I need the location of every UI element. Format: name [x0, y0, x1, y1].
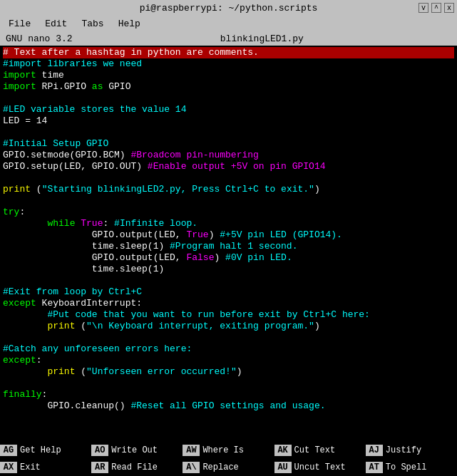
- shortcut-where-is[interactable]: AW Where Is: [183, 442, 274, 459]
- shortcut-label-to-spell: To Spell: [386, 462, 427, 472]
- shortcut-label-uncut-text: Uncut Text: [294, 462, 346, 472]
- code-line-29: print ("Unforseen error occurred!"): [3, 366, 454, 378]
- shortcut-justify[interactable]: AJ Justify: [366, 442, 457, 459]
- code-line-7: LED = 14: [3, 115, 454, 127]
- shortcut-label-get-help: Get Help: [20, 445, 61, 455]
- code-line-26: [3, 332, 454, 343]
- shortcut-label-cut-text: Cut Text: [294, 445, 336, 455]
- code-line-9: #Initial Setup GPIO: [3, 138, 454, 150]
- code-line-32: GPIO.cleanup() #Reset all GPIO settings …: [3, 400, 454, 412]
- code-line-2: #import libraries we need: [3, 58, 454, 70]
- shortcut-row-2: AX Exit AR Read File A\ Replace AU Uncut…: [0, 459, 457, 476]
- window-title: pi@raspberrypi: ~/python.scripts: [140, 3, 318, 14]
- window-controls[interactable]: v ^ x: [419, 3, 454, 13]
- shortcut-key-ax: AX: [0, 462, 17, 473]
- code-line-22: #Exit from loop by Ctrl+C: [3, 286, 454, 298]
- code-line-4: import RPi.GPIO as GPIO: [3, 81, 454, 93]
- menu-tabs[interactable]: Tabs: [78, 19, 106, 29]
- shortcut-label-where-is: Where Is: [202, 445, 244, 455]
- shortcut-write-out[interactable]: AO Write Out: [91, 442, 183, 459]
- nano-version: GNU nano 3.2: [6, 33, 73, 44]
- nano-header: GNU nano 3.2 blinkingLED1.py: [0, 31, 457, 46]
- shortcut-uncut-text[interactable]: AU Uncut Text: [274, 459, 366, 476]
- code-line-21: [3, 275, 454, 286]
- shortcut-replace[interactable]: A\ Replace: [183, 459, 274, 476]
- code-line-20: time.sleep(1): [3, 264, 454, 275]
- code-line-8: [3, 127, 454, 138]
- code-line-31: finally:: [3, 389, 454, 400]
- code-line-13: print ("Starting blinkingLED2.py, Press …: [3, 184, 454, 195]
- shortcut-key-au: AU: [274, 462, 292, 473]
- shortcut-key-ak: AK: [274, 445, 292, 456]
- maximize-button[interactable]: ^: [431, 3, 441, 13]
- code-line-15: try:: [3, 207, 454, 218]
- shortcut-key-ar: AR: [91, 462, 108, 473]
- code-line-19: GPIO.output(LED, False) #0V pin LED.: [3, 252, 454, 264]
- shortcut-key-aj: AJ: [366, 445, 383, 456]
- filename: blinkingLED1.py: [220, 33, 304, 44]
- code-line-3: import time: [3, 70, 454, 81]
- shortcut-to-spell[interactable]: AT To Spell: [366, 459, 457, 476]
- code-line-5: [3, 93, 454, 104]
- minimize-button[interactable]: v: [419, 3, 428, 13]
- shortcut-read-file[interactable]: AR Read File: [91, 459, 183, 476]
- menu-help[interactable]: Help: [115, 19, 143, 29]
- code-line-28: except:: [3, 355, 454, 366]
- shortcut-key-abackslash: A\: [183, 462, 200, 473]
- code-line-17: GPIO.output(LED, True) #+5V pin LED (GPI…: [3, 229, 454, 241]
- shortcut-label-exit: Exit: [20, 462, 41, 472]
- shortcut-cut-text[interactable]: AK Cut Text: [274, 442, 366, 459]
- code-line-30: [3, 378, 454, 389]
- code-line-1: # Text after a hashtag in python are com…: [3, 47, 454, 58]
- shortcut-label-justify: Justify: [386, 445, 421, 455]
- shortcut-label-write-out: Write Out: [111, 445, 158, 455]
- editor[interactable]: # Text after a hashtag in python are com…: [0, 46, 457, 442]
- shortcut-key-ag: AG: [0, 445, 17, 456]
- code-line-25: print ("\n Keyboard interrupt, exiting p…: [3, 321, 454, 332]
- shortcut-label-replace: Replace: [202, 462, 238, 472]
- menu-bar: File Edit Tabs Help: [0, 16, 457, 31]
- shortcut-row-1: AG Get Help AO Write Out AW Where Is AK …: [0, 442, 457, 459]
- code-line-23: except KeyboardInterrupt:: [3, 298, 454, 309]
- close-button[interactable]: x: [444, 3, 454, 13]
- shortcut-key-ao: AO: [91, 445, 108, 456]
- shortcut-get-help[interactable]: AG Get Help: [0, 442, 91, 459]
- code-line-6: #LED variable stores the value 14: [3, 104, 454, 115]
- code-line-10: GPIO.setmode(GPIO.BCM) #Broadcom pin-num…: [3, 150, 454, 161]
- code-line-18: time.sleep(1) #Program halt 1 second.: [3, 241, 454, 252]
- menu-edit[interactable]: Edit: [42, 19, 70, 29]
- shortcut-label-read-file: Read File: [111, 462, 158, 472]
- code-line-14: [3, 195, 454, 207]
- shortcut-bar: AG Get Help AO Write Out AW Where Is AK …: [0, 442, 457, 476]
- code-line-24: #Put code that you want to run before ex…: [3, 309, 454, 321]
- shortcut-key-at: AT: [366, 462, 383, 473]
- code-line-27: #Catch any unforeseen errors here:: [3, 343, 454, 355]
- title-bar: pi@raspberrypi: ~/python.scripts v ^ x: [0, 0, 457, 16]
- menu-file[interactable]: File: [6, 19, 34, 29]
- code-line-11: GPIO.setup(LED, GPIO.OUT) #Enable output…: [3, 161, 454, 172]
- shortcut-key-aw: AW: [183, 445, 200, 456]
- shortcut-exit[interactable]: AX Exit: [0, 459, 91, 476]
- code-line-16: while True: #Infinite loop.: [3, 218, 454, 229]
- code-line-12: [3, 172, 454, 184]
